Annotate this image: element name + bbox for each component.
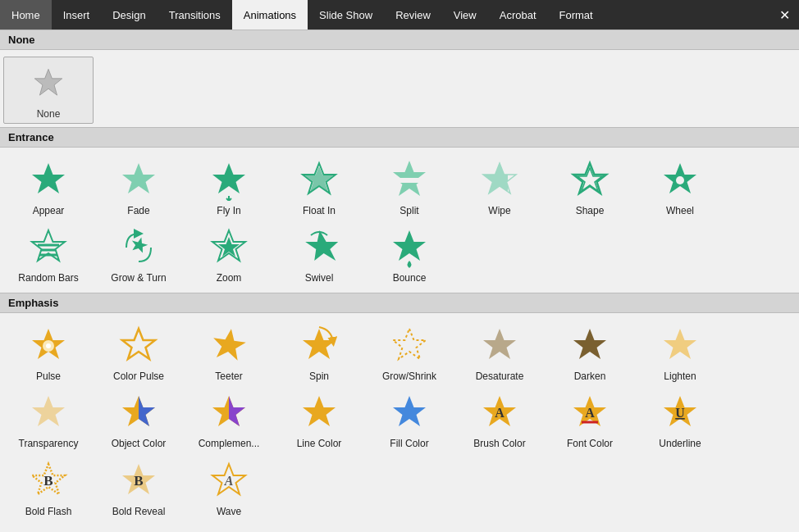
anim-wheel[interactable]: Wheel — [635, 152, 725, 220]
brushcolor-label: Brush Color — [473, 438, 525, 449]
anim-objectcolor[interactable]: Object Color — [94, 385, 184, 452]
boldflash-label: Bold Flash — [25, 506, 72, 517]
growturn-label: Grow & Turn — [111, 272, 166, 284]
svg-marker-35 — [393, 329, 426, 359]
complementary-icon — [206, 390, 252, 436]
anim-split[interactable]: Split — [364, 152, 454, 220]
anim-boldreveal[interactable]: B Bold Reveal — [94, 453, 184, 521]
anim-zoom[interactable]: Zoom — [184, 220, 274, 287]
growshrink-icon — [386, 323, 432, 369]
underline-label: Underline — [659, 438, 701, 449]
appear-icon — [25, 157, 71, 203]
menu-review[interactable]: Review — [384, 0, 442, 30]
anim-appear[interactable]: Appear — [3, 152, 94, 220]
growshrink-label: Grow/Shrink — [382, 371, 436, 382]
fade-icon — [116, 157, 162, 203]
anim-fontcolor[interactable]: A Font Color — [545, 385, 635, 452]
flyin-label: Fly In — [217, 205, 240, 216]
randombars-label: Random Bars — [18, 272, 78, 284]
anim-colorpulse[interactable]: Color Pulse — [94, 318, 184, 385]
svg-text:B: B — [134, 473, 143, 489]
anim-spin[interactable]: Spin — [274, 318, 364, 385]
menu-acrobat[interactable]: Acrobat — [488, 0, 548, 30]
menu-slideshow[interactable]: Slide Show — [308, 0, 384, 30]
pulse-icon — [25, 323, 71, 369]
menu-transitions[interactable]: Transitions — [158, 0, 232, 30]
bounce-icon — [386, 225, 432, 271]
zoom-label: Zoom — [217, 272, 242, 284]
linecolor-icon — [296, 390, 342, 436]
anim-brushcolor[interactable]: A Brush Color — [454, 385, 545, 452]
anim-pulse[interactable]: Pulse — [3, 318, 94, 385]
floatin-icon — [296, 157, 342, 203]
boldreveal-icon: B — [116, 458, 162, 504]
entrance-section-header: Entrance — [0, 127, 799, 148]
anim-underline[interactable]: U Underline — [635, 385, 725, 452]
animations-panel: None None Entrance Appear — [0, 30, 799, 525]
svg-text:A: A — [585, 406, 595, 420]
svg-marker-3 — [212, 163, 245, 193]
svg-marker-24 — [130, 235, 149, 254]
fontcolor-icon: A — [567, 390, 613, 436]
bounce-label: Bounce — [393, 272, 427, 284]
boldreveal-label: Bold Reveal — [112, 506, 166, 517]
menu-animations[interactable]: Animations — [232, 0, 308, 30]
menu-format[interactable]: Format — [548, 0, 605, 30]
svg-marker-38 — [664, 329, 696, 359]
anim-linecolor[interactable]: Line Color — [274, 385, 364, 452]
menu-insert[interactable]: Insert — [52, 0, 102, 30]
lighten-icon — [657, 323, 703, 369]
swivel-label: Swivel — [305, 272, 334, 284]
anim-fillcolor[interactable]: Fill Color — [364, 385, 454, 452]
anim-fade[interactable]: Fade — [94, 152, 184, 220]
anim-growshrink[interactable]: Grow/Shrink — [364, 318, 454, 385]
pulse-label: Pulse — [36, 371, 61, 382]
anim-randombars[interactable]: Random Bars — [3, 220, 94, 287]
anim-transparency[interactable]: Transparency — [3, 385, 94, 452]
anim-desaturate[interactable]: Desaturate — [454, 318, 545, 385]
anim-bounce[interactable]: Bounce — [364, 220, 454, 287]
flyin-icon — [206, 157, 252, 203]
boldflash-icon: B — [25, 458, 71, 504]
anim-teeter[interactable]: Teeter — [184, 318, 274, 385]
colorpulse-label: Color Pulse — [113, 371, 164, 382]
underline-icon: U — [657, 390, 703, 436]
menu-home[interactable]: Home — [0, 0, 52, 30]
anim-none[interactable]: None — [3, 57, 94, 124]
anim-darken[interactable]: Darken — [545, 318, 635, 385]
svg-marker-37 — [573, 329, 606, 359]
svg-point-31 — [46, 343, 51, 348]
none-icon — [25, 61, 71, 107]
swivel-icon — [296, 225, 342, 271]
emphasis-section-header: Emphasis — [0, 293, 799, 313]
spin-icon — [296, 323, 342, 369]
close-icon[interactable]: ✕ — [769, 0, 799, 30]
menu-design[interactable]: Design — [101, 0, 157, 30]
svg-marker-0 — [34, 69, 62, 95]
anim-none-label: None — [37, 108, 61, 120]
anim-boldflash[interactable]: B Bold Flash — [3, 453, 94, 521]
desaturate-label: Desaturate — [476, 371, 524, 382]
anim-swivel[interactable]: Swivel — [274, 220, 364, 287]
teeter-label: Teeter — [215, 371, 242, 382]
anim-flyin[interactable]: Fly In — [184, 152, 274, 220]
anim-wave[interactable]: A Wave — [184, 453, 274, 521]
anim-shape[interactable]: Shape — [545, 152, 635, 220]
anim-complementary[interactable]: Complemen... — [184, 385, 274, 452]
svg-marker-2 — [122, 163, 155, 193]
anim-growturn[interactable]: Grow & Turn — [94, 220, 184, 287]
wave-icon: A — [206, 458, 252, 504]
spin-label: Spin — [309, 371, 329, 382]
svg-text:U: U — [675, 406, 685, 420]
anim-wipe[interactable]: Wipe — [454, 152, 545, 220]
menu-view[interactable]: View — [442, 0, 488, 30]
fillcolor-icon — [386, 390, 432, 436]
anim-floatin[interactable]: Float In — [274, 152, 364, 220]
svg-marker-32 — [122, 329, 155, 359]
desaturate-icon — [477, 323, 523, 369]
svg-marker-46 — [303, 396, 336, 426]
anim-lighten[interactable]: Lighten — [635, 318, 725, 385]
svg-marker-1 — [32, 163, 65, 193]
randombars-icon — [25, 225, 71, 271]
shape-icon — [567, 157, 613, 203]
